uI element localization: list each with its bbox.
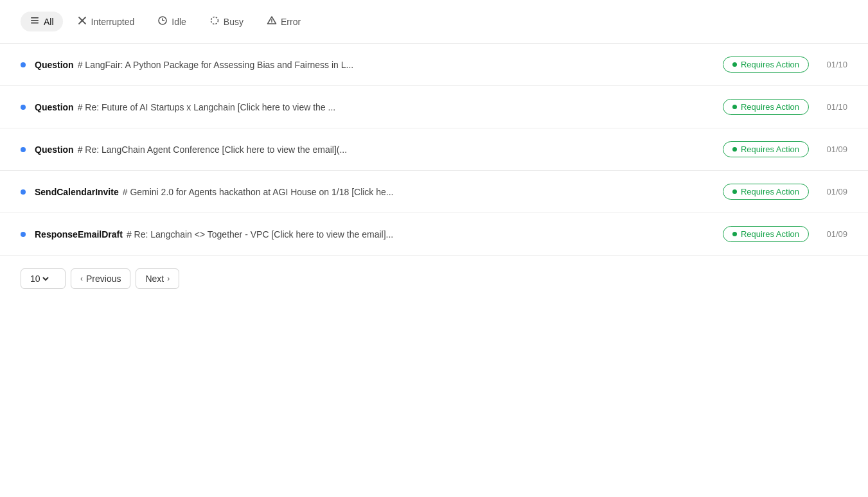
badge-dot xyxy=(732,147,737,152)
item-right: Requires Action 01/10 xyxy=(723,99,847,115)
svg-rect-1 xyxy=(31,20,39,21)
next-button[interactable]: Next › xyxy=(136,268,179,289)
item-date: 01/09 xyxy=(822,187,847,196)
filter-tab-all-label: All xyxy=(44,17,54,27)
filter-tab-interrupted[interactable]: Interrupted xyxy=(68,12,144,31)
item-right: Requires Action 01/09 xyxy=(723,184,847,200)
filter-tab-error[interactable]: Error xyxy=(258,12,310,31)
item-dot xyxy=(21,62,26,67)
svg-rect-2 xyxy=(31,22,39,24)
item-content: Question # Re: Future of AI Startups x L… xyxy=(35,102,710,112)
requires-action-badge: Requires Action xyxy=(723,184,809,200)
list-item[interactable]: Question # Re: LangChain Agent Conferenc… xyxy=(0,128,868,171)
badge-dot xyxy=(732,62,737,67)
item-type: ResponseEmailDraft xyxy=(35,229,123,240)
item-text: # Re: Langchain <> Together - VPC [Click… xyxy=(127,229,393,240)
svg-rect-0 xyxy=(31,17,39,19)
list-item[interactable]: ResponseEmailDraft # Re: Langchain <> To… xyxy=(0,213,868,256)
next-label: Next xyxy=(145,274,164,284)
requires-action-badge: Requires Action xyxy=(723,141,809,157)
interrupted-icon xyxy=(77,15,87,28)
error-icon xyxy=(267,15,277,28)
badge-label: Requires Action xyxy=(741,102,799,112)
requires-action-badge: Requires Action xyxy=(723,99,809,115)
all-icon xyxy=(30,15,40,28)
chevron-left-icon: ‹ xyxy=(80,274,83,283)
item-text: # Re: Future of AI Startups x Langchain … xyxy=(78,102,336,112)
main-container: All Interrupted Idle xyxy=(0,0,868,497)
filter-bar: All Interrupted Idle xyxy=(0,0,868,44)
badge-label: Requires Action xyxy=(741,60,799,69)
filter-tab-idle-label: Idle xyxy=(172,17,186,27)
item-content: Question # LangFair: A Python Package fo… xyxy=(35,60,710,70)
filter-tab-idle[interactable]: Idle xyxy=(148,12,195,31)
item-right: Requires Action 01/10 xyxy=(723,57,847,73)
list-item[interactable]: Question # LangFair: A Python Package fo… xyxy=(0,44,868,86)
badge-dot xyxy=(732,189,737,194)
item-text: # LangFair: A Python Package for Assessi… xyxy=(78,60,354,70)
item-text: # Gemini 2.0 for Agents hackathon at AGI… xyxy=(123,187,394,197)
requires-action-badge: Requires Action xyxy=(723,226,809,242)
items-list: Question # LangFair: A Python Package fo… xyxy=(0,44,868,256)
item-content: Question # Re: LangChain Agent Conferenc… xyxy=(35,144,710,155)
item-dot xyxy=(21,232,26,237)
chevron-right-icon: › xyxy=(167,274,170,283)
badge-dot xyxy=(732,232,737,236)
item-type: Question xyxy=(35,102,74,112)
item-dot xyxy=(21,189,26,195)
svg-point-6 xyxy=(211,17,218,24)
item-type: Question xyxy=(35,144,74,155)
svg-point-8 xyxy=(271,22,272,23)
list-item[interactable]: Question # Re: Future of AI Startups x L… xyxy=(0,86,868,128)
item-type: SendCalendarInvite xyxy=(35,187,119,197)
item-date: 01/09 xyxy=(822,229,847,239)
filter-tab-error-label: Error xyxy=(281,17,301,27)
previous-label: Previous xyxy=(86,274,121,284)
item-dot xyxy=(21,105,26,110)
item-text: # Re: LangChain Agent Conference [Click … xyxy=(78,144,347,155)
requires-action-badge: Requires Action xyxy=(723,57,809,73)
filter-tab-busy-label: Busy xyxy=(224,17,244,27)
badge-label: Requires Action xyxy=(741,144,799,154)
item-date: 01/10 xyxy=(822,60,847,69)
item-right: Requires Action 01/09 xyxy=(723,226,847,242)
filter-tab-busy[interactable]: Busy xyxy=(200,12,252,31)
filter-tab-interrupted-label: Interrupted xyxy=(91,17,135,27)
badge-label: Requires Action xyxy=(741,229,799,239)
item-date: 01/10 xyxy=(822,102,847,112)
item-type: Question xyxy=(35,60,74,70)
previous-button[interactable]: ‹ Previous xyxy=(71,268,130,289)
filter-tab-all[interactable]: All xyxy=(21,12,63,31)
item-date: 01/09 xyxy=(822,144,847,154)
item-dot xyxy=(21,147,26,152)
badge-label: Requires Action xyxy=(741,187,799,196)
item-content: SendCalendarInvite # Gemini 2.0 for Agen… xyxy=(35,187,710,197)
list-item[interactable]: SendCalendarInvite # Gemini 2.0 for Agen… xyxy=(0,171,868,213)
item-right: Requires Action 01/09 xyxy=(723,141,847,157)
pagination: 10 25 50 ‹ Previous Next › xyxy=(0,256,868,302)
badge-dot xyxy=(732,105,737,109)
page-size-select-input[interactable]: 10 25 50 xyxy=(28,273,51,284)
item-content: ResponseEmailDraft # Re: Langchain <> To… xyxy=(35,229,710,240)
page-size-selector[interactable]: 10 25 50 xyxy=(21,268,66,289)
idle-icon xyxy=(157,15,168,28)
busy-icon xyxy=(209,15,220,28)
